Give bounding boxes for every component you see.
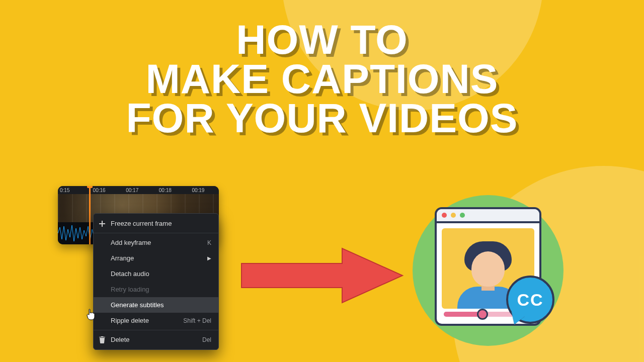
menu-retry-loading: Retry loading [94, 282, 218, 297]
menu-freeze-frame[interactable]: Freeze current frame [94, 216, 218, 231]
menu-label: Add keyframe [111, 239, 151, 246]
menu-detach-audio[interactable]: Detach audio [94, 266, 218, 282]
time-tick: 00:16 [93, 188, 118, 193]
menu-label: Ripple delete [111, 317, 149, 324]
menu-shortcut: Shift + Del [183, 317, 211, 324]
time-tick: 00:17 [126, 188, 151, 193]
menu-separator [94, 233, 218, 233]
context-menu: Freeze current frame Add keyframe K Arra… [93, 213, 219, 350]
menu-generate-subtitles[interactable]: Generate subtitles [94, 297, 218, 313]
menu-label: Delete [111, 336, 130, 343]
menu-shortcut: Del [202, 336, 211, 343]
menu-label: Retry loading [111, 286, 149, 293]
window-dot-green [460, 213, 465, 218]
time-tick: 0:15 [60, 188, 85, 193]
headline-line-1: How to [0, 20, 644, 59]
time-ruler: 0:15 00:16 00:17 00:18 00:19 [58, 186, 219, 194]
playhead[interactable] [89, 186, 91, 244]
menu-separator [94, 330, 218, 330]
cc-label: CC [517, 290, 543, 310]
cc-illustration: CC [413, 195, 564, 346]
thumbnail-stage: How to Make Captions For Your Videos 0:1… [0, 0, 644, 362]
plus-icon [99, 220, 106, 227]
menu-label: Freeze current frame [111, 220, 172, 227]
menu-label: Arrange [111, 254, 134, 262]
chevron-right-icon: ▶ [207, 255, 211, 261]
arrow-right-icon [236, 245, 408, 306]
time-tick: 00:19 [192, 188, 217, 193]
browser-titlebar [437, 209, 539, 223]
headline-line-3: For Your Videos [0, 99, 644, 138]
cursor-pointer-icon [87, 309, 97, 321]
menu-ripple-delete[interactable]: Ripple delete Shift + Del [94, 313, 218, 328]
time-tick: 00:18 [159, 188, 184, 193]
menu-delete[interactable]: Delete Del [94, 332, 218, 347]
menu-shortcut: K [207, 239, 211, 246]
menu-label: Generate subtitles [111, 301, 164, 309]
window-dot-yellow [451, 213, 456, 218]
trash-icon [99, 336, 106, 343]
headline-line-2: Make Captions [0, 59, 644, 99]
window-dot-red [442, 213, 447, 218]
menu-arrange[interactable]: Arrange ▶ [94, 250, 218, 266]
headline: How to Make Captions For Your Videos [0, 20, 644, 138]
menu-label: Detach audio [111, 270, 149, 278]
menu-add-keyframe[interactable]: Add keyframe K [94, 235, 218, 250]
